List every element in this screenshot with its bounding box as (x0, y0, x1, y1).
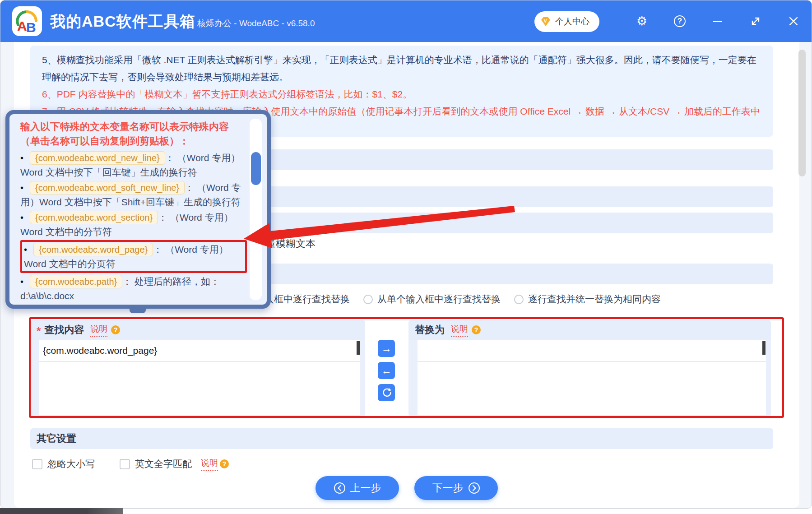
minimize-icon (713, 21, 722, 22)
user-center-label: 个人中心 (555, 16, 589, 28)
bullet-icon: • (20, 183, 23, 193)
variable-list: •{com.wodeabc.word_new_line}： （Word 专用）W… (20, 151, 247, 309)
replace-section-header: 替换为 说明 ? (408, 320, 771, 340)
variable-item-highlighted: •{com.wodeabc.word_page}： （Word 专用）Word … (20, 240, 247, 273)
prev-step-button[interactable]: 上一步 (316, 476, 399, 500)
next-step-button[interactable]: 下一步 (414, 476, 498, 500)
replace-label: 替换为 (415, 323, 445, 337)
tooltip-pointer-notch (130, 306, 146, 313)
tooltip-title: 输入以下特殊的文本变量名称可以表示特殊内容（单击名称可以自动复制到剪贴板）： (20, 120, 247, 148)
textarea-scroll-mark (762, 341, 766, 355)
swap-button[interactable] (378, 384, 395, 401)
replace-mode-radio-group: 从多个输入框中逐行查找替换 从单个输入框中逐行查找替换 逐行查找并统一替换为相同… (213, 293, 661, 306)
bullet-icon: • (20, 213, 23, 222)
app-logo: A B (12, 6, 42, 36)
variable-item: •{com.wodeabc.word_soft_new_line}： （Word… (20, 181, 247, 209)
app-window: 5、模糊查找功能采用「微软 .NET 正则表达式解析引擎」来实现，「正则表达式」… (0, 0, 812, 509)
copy-left-button[interactable]: ← (378, 362, 395, 379)
titlebar: A B 我的ABC软件工具箱 核烁办公 - WodeABC - v6.58.0 … (0, 0, 812, 42)
minimize-button[interactable] (710, 13, 726, 29)
bullet-icon: • (20, 153, 23, 163)
variable-tag[interactable]: {com.wodeabc.word_page} (33, 243, 153, 256)
app-subtitle: 核烁办公 - WodeABC - v6.58.0 (197, 18, 315, 29)
prev-step-label: 上一步 (350, 481, 381, 495)
maximize-icon (750, 15, 761, 27)
bullet-icon: • (20, 306, 23, 309)
variable-tag[interactable]: {com.wodeabc.word_section} (30, 211, 158, 224)
replace-textarea[interactable] (418, 340, 766, 415)
find-help-link[interactable]: 说明 (90, 323, 107, 337)
refresh-icon (381, 388, 391, 398)
logo-letter-a: A (17, 19, 27, 33)
bullet-icon: • (24, 245, 27, 255)
other-settings-row: 忽略大小写 英文全字匹配 说明 ? (32, 457, 229, 471)
whole-word-help-link[interactable]: 说明 (201, 457, 218, 471)
user-center-button[interactable]: V 个人中心 (534, 11, 599, 32)
replace-input-value[interactable] (418, 340, 766, 362)
radio-label: 逐行查找并统一替换为相同内容 (528, 293, 661, 306)
variable-tag[interactable]: {com.wodeabc.word_soft_new_line} (30, 181, 185, 194)
copy-right-button[interactable]: → (378, 340, 395, 357)
variables-tooltip: 输入以下特殊的文本变量名称可以表示特殊内容（单击名称可以自动复制到剪贴板）： •… (5, 110, 271, 309)
replace-input-panel (408, 340, 771, 417)
next-step-label: 下一步 (432, 481, 464, 495)
help-button[interactable]: ? (672, 13, 688, 29)
question-icon[interactable]: ? (220, 459, 229, 468)
circle-right-icon (468, 482, 480, 494)
instruction-line-6: 6、PDF 内容替换中的「模糊文本」暂不支持正则表达式分组标签语法，比如：$1、… (42, 86, 761, 103)
find-input-panel: {com.wodeabc.word_page} (30, 340, 365, 417)
find-section-header: * 查找内容 说明 ? (30, 320, 365, 340)
logo-letter-b: B (26, 20, 36, 35)
maximize-button[interactable] (747, 13, 764, 29)
required-mark: * (37, 325, 41, 338)
whole-word-label: 英文全字匹配 (135, 458, 192, 470)
close-button[interactable] (785, 13, 802, 29)
taskbar-fragment (0, 508, 123, 514)
tooltip-scrollbar-track[interactable] (250, 119, 262, 300)
help-icon: ? (674, 15, 686, 27)
ignore-case-checkbox[interactable] (32, 459, 42, 469)
textarea-scroll-mark (357, 341, 360, 355)
find-input-value[interactable]: {com.wodeabc.word_page} (39, 340, 360, 362)
radio-icon[interactable] (363, 295, 373, 304)
whole-word-checkbox[interactable] (120, 459, 130, 469)
svg-text:V: V (544, 18, 548, 23)
variable-tag[interactable]: {com.wodeabc.path} (30, 275, 122, 288)
circle-left-icon (334, 482, 346, 494)
variable-item: •{com.wodeabc.word_new_line}： （Word 专用）W… (20, 151, 247, 179)
find-label: 查找内容 (44, 323, 84, 337)
radio-icon[interactable] (514, 295, 524, 304)
question-icon[interactable]: ? (472, 325, 481, 334)
other-settings-title: 其它设置 (37, 432, 76, 445)
question-icon[interactable]: ? (111, 325, 120, 334)
main-scrollbar-thumb[interactable] (798, 50, 806, 176)
tooltip-scrollbar-thumb[interactable] (251, 152, 261, 185)
close-icon (788, 16, 799, 27)
gear-icon: ⚙ (636, 14, 647, 28)
variable-item: •{com.wodeabc.word_section}： （Word 专用）Wo… (20, 210, 247, 239)
variable-tag[interactable]: {com.wodeabc.file_name} (30, 305, 144, 309)
arrow-left-icon: ← (381, 365, 392, 377)
bullet-icon: • (20, 277, 23, 287)
radio-option-single-input[interactable]: 从单个输入框中逐行查找替换 (363, 293, 501, 306)
settings-button[interactable]: ⚙ (634, 13, 650, 29)
instruction-line-5: 5、模糊查找功能采用「微软 .NET 正则表达式解析引擎」来实现，「正则表达式」… (42, 51, 761, 86)
variable-item: •{com.wodeabc.path}： 处理后的路径，如：d:\a\b\c.d… (20, 274, 247, 303)
vip-icon: V (540, 16, 552, 28)
radio-label: 从单个输入框中逐行查找替换 (377, 293, 501, 306)
ignore-case-label: 忽略大小写 (47, 458, 95, 470)
app-title: 我的ABC软件工具箱 (50, 11, 195, 32)
other-settings-header: 其它设置 (30, 428, 773, 449)
arrow-right-icon: → (381, 343, 392, 355)
find-textarea[interactable]: {com.wodeabc.word_page} (39, 340, 360, 415)
radio-option-uniform-replace[interactable]: 逐行查找并统一替换为相同内容 (514, 293, 661, 306)
variable-tag[interactable]: {com.wodeabc.word_new_line} (30, 151, 165, 165)
replace-help-link[interactable]: 说明 (451, 323, 468, 337)
